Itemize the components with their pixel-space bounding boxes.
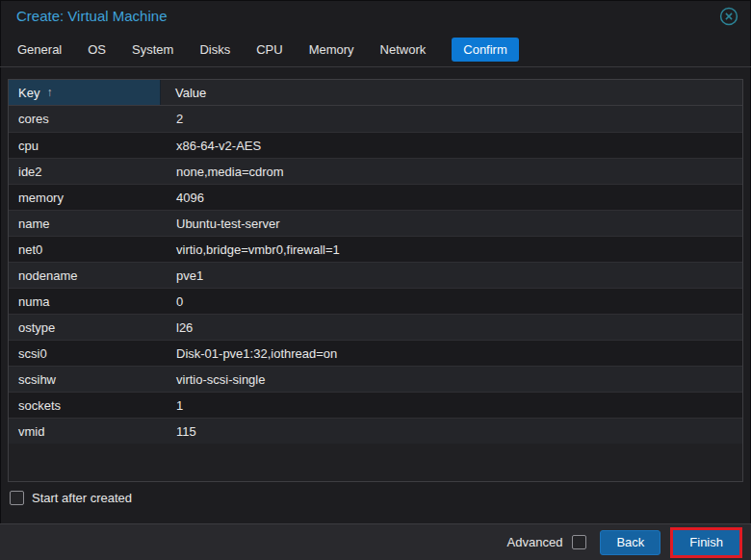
row-key: net0 [9,237,161,262]
tab-network[interactable]: Network [380,38,427,62]
start-after-created-checkbox[interactable] [10,491,24,505]
tab-cpu[interactable]: CPU [256,38,282,62]
create-vm-dialog: Create: Virtual Machine GeneralOSSystemD… [0,0,751,560]
finish-button[interactable]: Finish [673,530,739,555]
row-key: cores [9,106,161,132]
tab-general[interactable]: General [17,38,62,62]
table-row[interactable]: memory4096 [9,184,742,210]
tab-disks[interactable]: Disks [199,38,230,62]
advanced-label: Advanced [507,535,563,549]
row-key: name [9,211,161,236]
column-header-value[interactable]: Value [161,80,742,105]
tab-os[interactable]: OS [88,38,106,62]
row-value: Disk-01-pve1:32,iothread=on [161,341,742,366]
start-after-created-label: Start after created [32,491,132,505]
row-value: virtio,bridge=vmbr0,firewall=1 [161,237,742,262]
row-value: 1 [161,393,742,418]
table-row[interactable]: scsihwvirtio-scsi-single [9,366,742,392]
finish-highlight-annotation: Finish [670,527,742,558]
table-row[interactable]: sockets1 [9,392,742,418]
table-row[interactable]: net0virtio,bridge=vmbr0,firewall=1 [9,236,742,262]
row-value: 2 [161,106,742,132]
row-key: ostype [9,315,161,340]
row-key: cpu [9,133,161,158]
row-value: l26 [161,315,742,340]
row-key: scsihw [9,367,161,392]
table-row[interactable]: scsi0Disk-01-pve1:32,iothread=on [9,340,742,366]
start-after-created-option[interactable]: Start after created [10,491,743,505]
table-row[interactable]: nodenamepve1 [9,262,742,288]
dialog-titlebar[interactable]: Create: Virtual Machine [0,0,751,32]
table-row[interactable]: ostypel26 [9,314,742,340]
row-key: numa [9,289,161,314]
row-value: x86-64-v2-AES [161,133,742,158]
back-button[interactable]: Back [600,530,660,555]
tab-memory[interactable]: Memory [309,38,354,62]
row-key: nodename [9,263,161,288]
tab-system[interactable]: System [132,38,173,62]
row-key: ide2 [9,159,161,184]
row-key: memory [9,185,161,210]
row-key: sockets [9,393,161,418]
dialog-body: Key ↑ Value cores2cpux86-64-v2-AESide2no… [0,67,751,505]
confirm-settings-table: Key ↑ Value cores2cpux86-64-v2-AESide2no… [8,79,743,482]
close-icon[interactable] [719,7,738,26]
table-row[interactable]: vmid115 [9,418,742,444]
table-body: cores2cpux86-64-v2-AESide2none,media=cdr… [9,106,742,444]
tab-confirm[interactable]: Confirm [452,38,519,62]
row-value: virtio-scsi-single [161,367,742,392]
sort-asc-icon: ↑ [46,86,52,99]
dialog-footer: Advanced Back Finish [0,523,751,560]
table-row[interactable]: ide2none,media=cdrom [9,158,742,184]
column-header-value-label: Value [175,86,206,100]
table-row[interactable]: numa0 [9,288,742,314]
row-value: none,media=cdrom [161,159,742,184]
table-row[interactable]: cpux86-64-v2-AES [9,132,742,158]
table-row[interactable]: nameUbuntu-test-server [9,210,742,236]
row-key: scsi0 [9,341,161,366]
row-value: 0 [161,289,742,314]
dialog-title: Create: Virtual Machine [16,8,167,24]
row-value: 115 [161,419,742,444]
row-value: pve1 [161,263,742,288]
column-header-key-label: Key [18,86,39,100]
row-value: 4096 [161,185,742,210]
table-row[interactable]: cores2 [9,106,742,132]
row-value: Ubuntu-test-server [161,211,742,236]
tab-bar: GeneralOSSystemDisksCPUMemoryNetworkConf… [0,32,751,67]
table-header-row: Key ↑ Value [9,80,742,106]
column-header-key[interactable]: Key ↑ [9,80,161,105]
advanced-checkbox[interactable] [572,535,586,549]
row-key: vmid [9,419,161,444]
